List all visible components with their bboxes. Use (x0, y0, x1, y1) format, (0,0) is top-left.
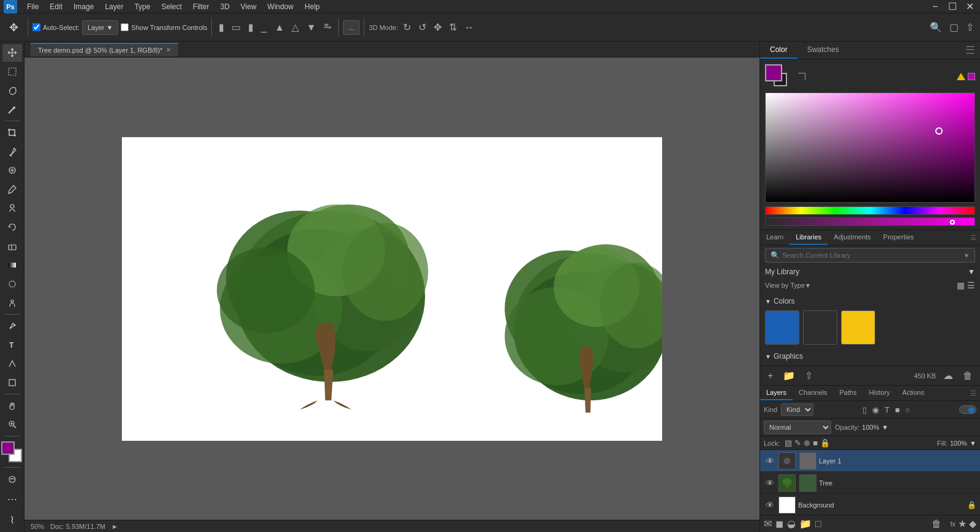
tree-visibility-btn[interactable]: 👁 (764, 478, 776, 488)
new-folder-btn[interactable]: 📁 (780, 369, 797, 383)
lock-artboard-btn[interactable]: ■ (813, 438, 818, 448)
filter-kind-select[interactable]: Kind (781, 403, 813, 416)
menu-3d[interactable]: 3D (215, 1, 234, 12)
smart-filter-btn[interactable]: ★ (958, 518, 967, 530)
tab-layers[interactable]: Layers (760, 386, 793, 400)
menu-layer[interactable]: Layer (100, 1, 128, 12)
align-center-h-btn[interactable]: ▭ (229, 20, 243, 34)
tab-properties[interactable]: Properties (877, 230, 920, 245)
auto-select-checkbox[interactable] (32, 23, 40, 31)
menu-select[interactable]: Select (156, 1, 186, 12)
add-group-btn[interactable]: 📁 (799, 518, 812, 530)
filter-shape-btn[interactable]: ■ (893, 405, 902, 415)
lib-color-swatch-yellow[interactable] (841, 310, 875, 345)
fill-dropdown[interactable]: ▼ (970, 440, 976, 447)
menu-image[interactable]: Image (69, 1, 99, 12)
library-search-input[interactable] (782, 252, 961, 259)
3d-slide-btn[interactable]: ⇅ (447, 20, 459, 34)
shape-tool[interactable] (2, 373, 22, 391)
tab-actions[interactable]: Actions (896, 386, 930, 400)
tab-color[interactable]: Color (760, 42, 797, 59)
colors-section-header[interactable]: ▼ Colors (765, 294, 975, 308)
brush-tool[interactable] (2, 181, 22, 198)
opacity-dropdown[interactable]: ▼ (882, 424, 889, 431)
tab-learn[interactable]: Learn (760, 230, 790, 245)
dodge-tool[interactable] (2, 294, 22, 312)
menu-filter[interactable]: Filter (188, 1, 214, 12)
eraser-tool[interactable] (2, 238, 22, 255)
filter-type-btn[interactable]: T (883, 405, 891, 415)
add-mask-btn[interactable]: ◼ (775, 518, 783, 530)
filter-adjustment-btn[interactable]: ◉ (870, 405, 881, 415)
extra-tool-1[interactable]: ⋯ (2, 489, 22, 509)
pen-tool[interactable] (2, 317, 22, 335)
3d-scale-btn[interactable]: ↔ (462, 21, 477, 34)
gamut-swatch[interactable] (968, 73, 975, 80)
gradient-tool[interactable] (2, 256, 22, 274)
show-transform-checkbox[interactable] (121, 23, 129, 31)
align-top-btn[interactable]: ▲ (272, 21, 287, 34)
layer-comp-btn[interactable]: ◆ (969, 518, 976, 530)
3d-drag-btn[interactable]: ✥ (431, 20, 444, 34)
tab-swatches[interactable]: Swatches (797, 42, 849, 59)
wand-tool[interactable] (2, 101, 22, 119)
search-btn[interactable]: 🔍 (927, 20, 944, 34)
fg-color-swatch[interactable] (765, 64, 782, 81)
tab-adjustments[interactable]: Adjustments (827, 230, 877, 245)
cloud-sync-btn[interactable]: ☁ (941, 369, 956, 383)
view-type-dropdown-arrow[interactable]: ▼ (805, 282, 811, 289)
path-select-tool[interactable] (2, 355, 22, 373)
tab-paths[interactable]: Paths (834, 386, 863, 400)
close-btn[interactable]: ✕ (963, 0, 976, 13)
align-center-v-btn[interactable]: △ (289, 20, 301, 34)
color-boxes[interactable] (1, 441, 23, 461)
hue-slider[interactable] (765, 206, 975, 215)
selection-tool[interactable] (2, 63, 22, 81)
tab-libraries[interactable]: Libraries (790, 230, 827, 245)
add-adjustment-btn[interactable]: ◒ (787, 518, 796, 530)
graphics-section-header[interactable]: ▼ Graphics (765, 350, 975, 363)
menu-view[interactable]: View (236, 1, 262, 12)
3d-roll-btn[interactable]: ↺ (416, 20, 429, 34)
delete-library-btn[interactable]: 🗑 (960, 369, 975, 383)
canvas-tab-close[interactable]: ✕ (166, 47, 171, 53)
swap-colors-btn[interactable] (798, 73, 805, 80)
menu-window[interactable]: Window (263, 1, 299, 12)
align-right-btn[interactable]: ▮ (246, 20, 256, 34)
maximize-btn[interactable]: ☐ (946, 0, 959, 13)
3d-rotate-btn[interactable]: ↻ (401, 20, 413, 34)
background-visibility-btn[interactable]: 👁 (764, 500, 776, 510)
clone-stamp-tool[interactable] (2, 200, 22, 217)
layer-styles-btn[interactable]: ✉ (764, 518, 772, 530)
lasso-tool[interactable] (2, 82, 22, 100)
layer-row-background[interactable]: 👁 Background 🔒 (760, 494, 980, 515)
color-gradient[interactable] (765, 92, 975, 203)
library-selector[interactable]: My Library ▼ (760, 265, 980, 279)
lib-color-swatch-dark[interactable] (803, 310, 837, 345)
add-library-btn[interactable]: + (765, 369, 775, 383)
grid-view-btn[interactable]: ▦ (957, 280, 965, 290)
move-tool[interactable] (2, 44, 22, 62)
menu-help[interactable]: Help (300, 1, 325, 12)
blur-tool[interactable] (2, 275, 22, 293)
fx-btn[interactable]: fx (950, 520, 956, 528)
text-tool[interactable]: T (2, 336, 22, 354)
list-view-btn[interactable]: ☰ (967, 280, 975, 290)
crop-tool[interactable] (2, 124, 22, 141)
alpha-slider[interactable] (765, 217, 975, 226)
layer-row-layer1[interactable]: 👁 Layer 1 (760, 450, 980, 472)
eyedropper-tool[interactable] (2, 143, 22, 160)
add-layer-btn[interactable]: □ (815, 519, 821, 530)
menu-type[interactable]: Type (129, 1, 155, 12)
screen-mode-btn[interactable]: ▢ (947, 20, 961, 34)
delete-layer-btn[interactable]: 🗑 (932, 519, 941, 530)
lib-panel-menu[interactable]: ☰ (970, 234, 976, 242)
import-library-btn[interactable]: ⇧ (802, 369, 815, 383)
panel-menu-icon[interactable]: ☰ (965, 43, 975, 57)
more-options-btn[interactable]: ... (343, 20, 360, 35)
lock-transparent-btn[interactable]: ▧ (785, 438, 792, 448)
gamut-warning-icon[interactable] (957, 73, 965, 80)
search-options-btn[interactable]: ▼ (963, 252, 970, 259)
spot-heal-tool[interactable] (2, 162, 22, 179)
canvas-tab[interactable]: Tree demo.psd @ 50% (Layer 1, RGB/8)* ✕ (31, 43, 178, 56)
